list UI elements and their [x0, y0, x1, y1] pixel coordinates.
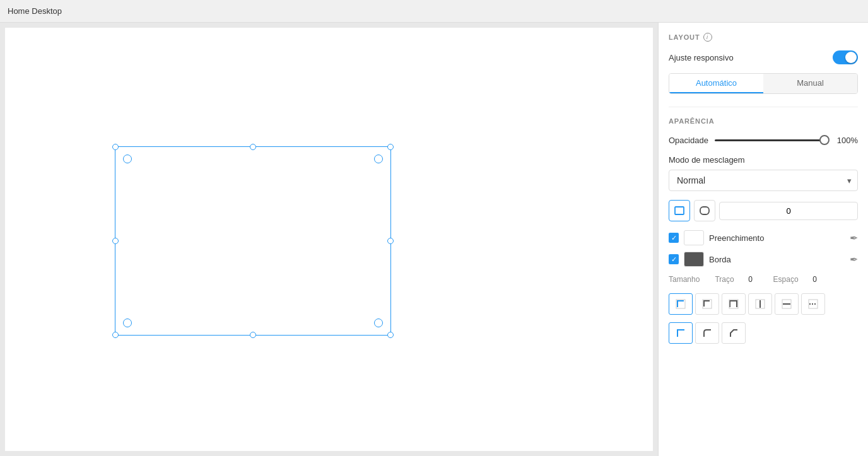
layout-section-title: LAYOUT i	[669, 33, 858, 42]
opacity-label: Opacidade	[669, 136, 708, 145]
fill-label: Preenchimento	[709, 233, 845, 243]
corner-radius-input[interactable]	[719, 202, 858, 220]
appearance-section-title: APARÊNCIA	[669, 117, 858, 125]
border-trace-label: Traço	[715, 275, 734, 284]
responsive-label: Ajuste responsivo	[669, 53, 833, 62]
handle-bottom-right[interactable]	[387, 332, 394, 338]
opacity-value: 100%	[835, 136, 858, 145]
canvas-area[interactable]	[0, 23, 658, 456]
border-trace-input[interactable]	[739, 273, 762, 286]
stroke-outside-left-btn[interactable]	[695, 293, 719, 315]
corner-circle-tl[interactable]	[123, 155, 132, 163]
handle-mid-right[interactable]	[387, 238, 394, 244]
opacity-slider[interactable]	[715, 134, 829, 146]
border-sub-row: Tamanho Traço Espaço	[669, 273, 858, 286]
layout-tabs[interactable]: Automático Manual	[669, 73, 858, 94]
corner-circle-tr[interactable]	[374, 155, 383, 163]
stroke-all-btn[interactable]	[722, 293, 746, 315]
stroke-center-btn[interactable]	[748, 293, 772, 315]
responsive-row: Ajuste responsivo	[669, 50, 858, 64]
border-space-label: Espaço	[773, 275, 799, 284]
border-size-label: Tamanho	[669, 275, 700, 284]
handle-mid-left[interactable]	[112, 238, 119, 244]
tab-auto[interactable]: Automático	[669, 74, 763, 93]
handle-bottom-left[interactable]	[112, 332, 119, 338]
corner-round-btn[interactable]	[695, 322, 719, 344]
handle-bottom-mid[interactable]	[250, 332, 256, 338]
stroke-dashed-btn[interactable]	[801, 293, 825, 315]
rectangle-shape-btn[interactable]	[669, 200, 690, 221]
stroke-position-row	[669, 293, 858, 315]
border-eyedropper-icon[interactable]: ✒	[850, 254, 858, 266]
canvas-inner	[5, 28, 653, 451]
blend-label: Modo de mesclagem	[669, 155, 858, 165]
stroke-inside-btn[interactable]	[669, 293, 693, 315]
corner-style-row	[669, 322, 858, 344]
border-space-input[interactable]	[804, 273, 826, 286]
tab-manual[interactable]: Manual	[763, 74, 857, 93]
top-bar: Home Desktop	[0, 0, 868, 23]
page-title: Home Desktop	[8, 6, 62, 16]
corner-circle-bl[interactable]	[123, 319, 132, 327]
corner-cut-btn[interactable]	[722, 322, 746, 344]
border-color-swatch[interactable]	[684, 252, 704, 267]
border-checkbox[interactable]	[669, 254, 679, 264]
fill-eyedropper-icon[interactable]: ✒	[850, 232, 858, 244]
handle-top-left[interactable]	[112, 144, 119, 150]
corner-circle-br[interactable]	[374, 319, 383, 327]
stroke-center2-btn[interactable]	[775, 293, 799, 315]
border-label: Borda	[709, 255, 845, 264]
shape-icons-row	[669, 200, 858, 221]
svg-rect-0	[675, 207, 684, 214]
responsive-toggle[interactable]	[833, 50, 858, 64]
handle-top-right[interactable]	[387, 144, 394, 150]
blend-mode-select[interactable]: Normal Multiply Screen Overlay Darken Li…	[669, 170, 858, 191]
svg-rect-1	[700, 207, 709, 214]
blend-mode-wrapper[interactable]: Normal Multiply Screen Overlay Darken Li…	[669, 170, 858, 191]
corner-sharp-btn[interactable]	[669, 322, 693, 344]
rounded-shape-btn[interactable]	[694, 200, 715, 221]
handle-top-mid[interactable]	[250, 144, 256, 150]
layout-info-icon[interactable]: i	[703, 33, 712, 42]
right-panel: LAYOUT i Ajuste responsivo Automático Ma…	[658, 23, 868, 456]
fill-color-swatch[interactable]	[684, 230, 704, 245]
opacity-row: Opacidade 100%	[669, 134, 858, 146]
fill-row: Preenchimento ✒	[669, 230, 858, 245]
fill-checkbox[interactable]	[669, 233, 679, 243]
border-row: Borda ✒	[669, 252, 858, 267]
selection-box[interactable]	[115, 146, 391, 336]
